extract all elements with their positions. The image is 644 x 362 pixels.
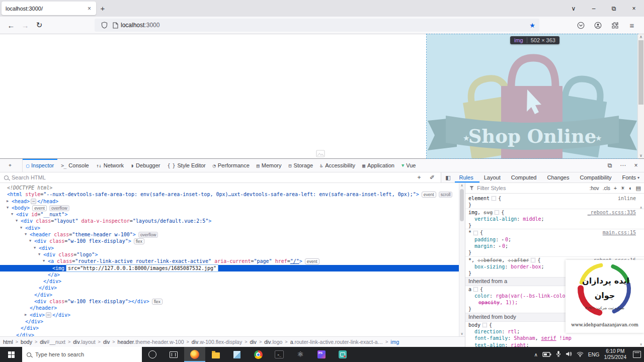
breadcrumb-path[interactable]: html>body>div#__nuxt>div.layout>div>head… bbox=[3, 339, 399, 345]
page-scrollbar[interactable]: ∧ ∨ bbox=[637, 34, 644, 158]
tab-accessibility[interactable]: ♿ Accessibility bbox=[316, 159, 359, 172]
rule-line[interactable]: img, svg{_reboot.scss:335 bbox=[465, 209, 644, 216]
devtools-close-icon[interactable]: × bbox=[630, 162, 642, 169]
shield-icon[interactable] bbox=[99, 22, 110, 29]
search-html-bar[interactable]: Search HTML + ✐ bbox=[0, 172, 441, 183]
electron-app-button[interactable]: ⚛ bbox=[290, 347, 311, 362]
markup-line[interactable]: <!DOCTYPE html> bbox=[0, 185, 465, 191]
bookmark-star-icon[interactable]: ★ bbox=[529, 22, 535, 29]
pocket-icon[interactable] bbox=[575, 22, 587, 29]
tray-chevron-icon[interactable]: ∧ bbox=[534, 352, 537, 357]
tab-debugger[interactable]: ◗ Debugger bbox=[127, 159, 164, 172]
pseudo-cls-button[interactable]: .cls bbox=[603, 186, 610, 191]
markup-line[interactable]: </div> bbox=[0, 318, 465, 325]
sidebar-tab[interactable]: Fonts ▾ bbox=[617, 172, 644, 183]
new-tab-button[interactable]: + bbox=[96, 4, 109, 13]
cortana-button[interactable] bbox=[142, 347, 163, 362]
close-icon[interactable]: × bbox=[624, 0, 644, 17]
scroll-up-icon[interactable]: ∧ bbox=[638, 35, 644, 39]
markup-line[interactable]: </div> bbox=[0, 278, 465, 285]
page-info-icon[interactable] bbox=[110, 22, 121, 29]
print-media-icon[interactable]: ▤ bbox=[636, 185, 641, 192]
scroll-down-icon[interactable]: ∨ bbox=[638, 153, 644, 158]
url-bar[interactable]: localhost:3000 ★ bbox=[95, 19, 539, 32]
task-view-button[interactable] bbox=[163, 347, 184, 362]
sidebar-toggle-icon[interactable]: ◧ bbox=[441, 172, 454, 183]
action-center-icon[interactable] bbox=[633, 351, 641, 358]
add-rule-icon[interactable]: + bbox=[614, 185, 617, 191]
minimize-icon[interactable]: – bbox=[584, 0, 604, 17]
restore-icon[interactable]: ⧉ bbox=[604, 0, 624, 17]
account-icon[interactable] bbox=[592, 22, 604, 29]
scroll-down-icon[interactable]: ∨ bbox=[638, 342, 643, 346]
tab-inspector[interactable]: ▢ Inspector bbox=[23, 159, 57, 172]
markup-line[interactable]: ▼<div id="__nuxt"> bbox=[0, 211, 465, 218]
menu-hamburger-icon[interactable]: ≡ bbox=[626, 21, 638, 30]
chrome-taskbar-button[interactable] bbox=[248, 347, 269, 362]
tab-performance[interactable]: ◔ Performance bbox=[209, 159, 253, 172]
markup-line[interactable]: ▶<head>⋯</head> bbox=[0, 198, 465, 205]
start-button[interactable] bbox=[0, 347, 22, 362]
markup-line[interactable]: ▼<div> bbox=[0, 245, 465, 251]
back-icon[interactable]: ← bbox=[4, 21, 18, 30]
inspected-image-highlight[interactable]: ★ ★ Shop Online img 502 × 363 bbox=[427, 34, 638, 158]
sidebar-tab[interactable]: Layout bbox=[479, 172, 507, 183]
rule-line[interactable]: } bbox=[465, 249, 644, 256]
taskbar-search[interactable]: Type here to search bbox=[22, 347, 142, 362]
light-theme-icon[interactable]: ☀ bbox=[620, 185, 625, 192]
extensions-puzzle-icon[interactable] bbox=[609, 22, 621, 29]
phpstorm-button[interactable]: PS bbox=[311, 347, 332, 362]
reload-icon[interactable]: ↻ bbox=[32, 21, 46, 30]
sidebar-tab[interactable]: Rules bbox=[455, 172, 479, 183]
volume-icon[interactable] bbox=[566, 350, 572, 359]
markup-line[interactable]: ▼<a class="router-link-active router-lin… bbox=[0, 258, 465, 264]
markup-line[interactable]: ▼<div> bbox=[0, 225, 465, 231]
markup-scrollbar[interactable]: ∧ ∨ bbox=[459, 183, 465, 336]
markup-line[interactable]: ▼<div class="logo"> bbox=[0, 251, 465, 258]
eyedropper-icon[interactable]: ✐ bbox=[427, 174, 438, 181]
rule-line[interactable]: margin: ▸0; bbox=[465, 243, 644, 249]
rule-line[interactable]: *{main.css:15 bbox=[465, 229, 644, 236]
screen-recorder-button[interactable] bbox=[332, 347, 353, 362]
markup-line[interactable]: ▼<div class="w-100 flex-display">flex bbox=[0, 238, 465, 244]
firefox-taskbar-button[interactable] bbox=[184, 347, 205, 362]
markup-line[interactable]: <div class="w-100 flex-display"></div>fl… bbox=[0, 298, 465, 305]
sidebar-tab[interactable]: Compatibility bbox=[576, 172, 618, 183]
rule-line[interactable]: } bbox=[465, 222, 644, 229]
rule-line[interactable]: vertical-align: middle; bbox=[465, 216, 644, 222]
tab-close-icon[interactable]: × bbox=[87, 5, 92, 12]
tab-memory[interactable]: ▤ Memory bbox=[253, 159, 285, 172]
microphone-icon[interactable] bbox=[556, 350, 561, 359]
markup-line[interactable]: </div> bbox=[0, 292, 465, 298]
markup-line[interactable]: ▼<header class="theme-header w-100">over… bbox=[0, 231, 465, 238]
color-scheme-icon[interactable]: ◐ bbox=[629, 185, 632, 191]
markup-line[interactable]: </a> bbox=[0, 272, 465, 278]
scrollbar-thumb[interactable] bbox=[460, 189, 464, 221]
devtools-more-icon[interactable]: ⋯ bbox=[617, 162, 629, 169]
pseudo-hov-button[interactable]: :hov bbox=[590, 186, 599, 191]
responsive-mode-icon[interactable]: ⧉ bbox=[604, 162, 616, 169]
sidebar-tab[interactable]: Changes bbox=[542, 172, 575, 183]
scroll-up-icon[interactable]: ∧ bbox=[459, 184, 464, 188]
markup-line[interactable]: ▼<div class="layout" data-v-inspector="l… bbox=[0, 218, 465, 224]
tab-style-editor[interactable]: { } Style Editor bbox=[164, 159, 209, 172]
sidebar-tab[interactable]: Computed bbox=[507, 172, 543, 183]
window-list-chevron-icon[interactable]: ∨ bbox=[564, 0, 584, 17]
notes-app-button[interactable] bbox=[226, 347, 248, 362]
battery-icon[interactable] bbox=[542, 350, 551, 359]
rule-line[interactable]: } bbox=[465, 202, 644, 208]
markup-line[interactable]: </div> bbox=[0, 332, 465, 337]
rule-line[interactable]: element{inline bbox=[465, 195, 644, 202]
tab-network[interactable]: ↑↓ Network bbox=[93, 159, 127, 172]
add-node-icon[interactable]: + bbox=[414, 174, 425, 181]
wifi-icon[interactable] bbox=[577, 350, 584, 359]
markup-line[interactable]: <imgsrc="http://127.0.0.1:8000/images/16… bbox=[0, 265, 465, 272]
markup-line[interactable]: ▼<body>eventoverflow bbox=[0, 205, 465, 211]
forward-icon[interactable]: → bbox=[18, 21, 32, 30]
tab-vue[interactable]: ▼ Vue bbox=[398, 159, 420, 172]
scroll-down-icon[interactable]: ∨ bbox=[459, 332, 464, 336]
file-explorer-button[interactable] bbox=[205, 347, 226, 362]
tab-application[interactable]: ▦ Application bbox=[359, 159, 398, 172]
filter-styles-bar[interactable]: Filter Styles :hov .cls + ☀ ◐ ▤ bbox=[465, 183, 644, 194]
scrollbar-thumb[interactable] bbox=[638, 40, 643, 105]
